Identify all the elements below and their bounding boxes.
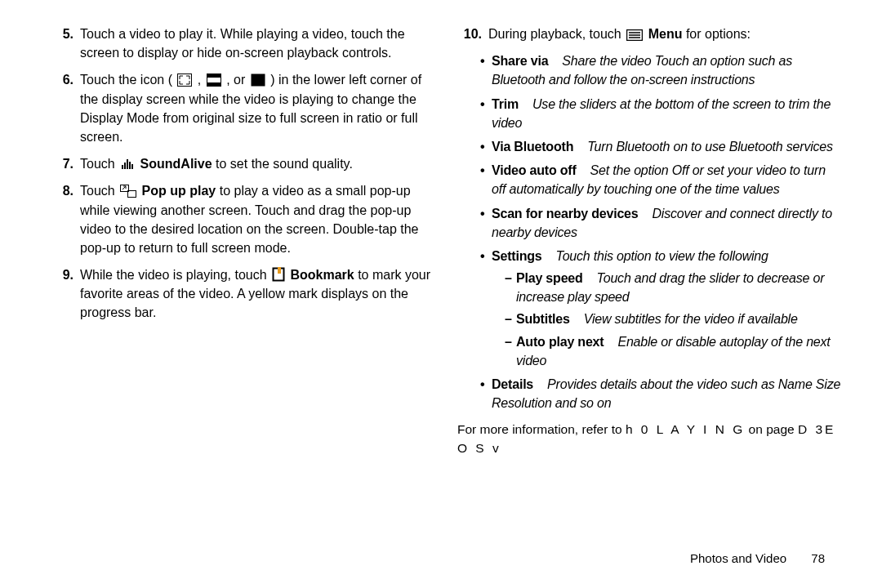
- text-bold: Menu: [648, 27, 683, 41]
- page-footer: Photos and Video 78: [690, 551, 825, 565]
- list-item: Details Provides details about the video…: [480, 375, 841, 412]
- svg-rect-9: [131, 164, 133, 169]
- step-number: 6.: [49, 70, 74, 146]
- text: on page: [749, 422, 795, 436]
- list-item: Auto play next Enable or disable autopla…: [505, 332, 841, 370]
- svg-rect-8: [129, 162, 131, 169]
- svg-rect-13: [278, 267, 281, 274]
- step-number: 9.: [49, 265, 74, 323]
- step-number: 8.: [49, 181, 74, 257]
- text-bold: Scan for nearby devices: [492, 207, 639, 220]
- text-bold: Video auto off: [492, 163, 577, 177]
- right-column: 10. During playback, touch Menu for opti…: [457, 24, 841, 457]
- text-bold: Trim: [492, 97, 519, 111]
- text-bold: Bookmark: [290, 268, 354, 282]
- step-text: During playback, touch Menu for options:: [488, 24, 841, 43]
- step-number: 10.: [457, 24, 482, 43]
- text-garbled: h 0 L A Y I N G: [626, 422, 745, 436]
- step-number: 7.: [49, 154, 74, 173]
- step-text: Touch a video to play it. While playing …: [80, 24, 433, 62]
- svg-rect-4: [251, 74, 265, 87]
- text-italic: Turn Bluetooth on to use Bluetooth servi…: [587, 140, 833, 154]
- text: Touch: [80, 184, 118, 198]
- full-screen-icon: [251, 74, 265, 87]
- settings-sublist: Play speed Touch and drag the slider to …: [505, 269, 841, 370]
- text: for options:: [686, 27, 751, 41]
- left-column: 5. Touch a video to play it. While playi…: [49, 24, 433, 331]
- bookmark-icon: [272, 267, 285, 282]
- list-item: Trim Use the sliders at the bottom of th…: [480, 95, 841, 132]
- text-bold: Subtitles: [516, 312, 570, 326]
- text-bold: Play speed: [516, 271, 583, 285]
- fit-screen-icon: [177, 74, 192, 87]
- step-9: 9. While the video is playing, touch Boo…: [49, 265, 433, 323]
- step-5: 5. Touch a video to play it. While playi…: [49, 24, 433, 62]
- page-number: 78: [811, 551, 825, 565]
- text: to set the sound quality.: [216, 157, 353, 171]
- soundalive-icon: [120, 158, 135, 171]
- text-bold: SoundAlive: [140, 157, 212, 171]
- menu-options-list: Share via Share the video Touch an optio…: [480, 51, 841, 412]
- text-italic: View subtitles for the video if availabl…: [584, 312, 798, 326]
- manual-page: 5. Touch a video to play it. While playi…: [0, 0, 882, 588]
- step-text: Touch Pop up play to play a video as a s…: [80, 181, 433, 257]
- text: , or: [226, 73, 249, 87]
- text: ,: [198, 73, 205, 87]
- svg-rect-5: [122, 165, 123, 169]
- text-bold: Settings: [492, 249, 542, 263]
- text-bold: Pop up play: [142, 184, 216, 198]
- menu-icon: [626, 29, 643, 41]
- popup-play-icon: [120, 185, 136, 198]
- text-bold: Auto play next: [516, 335, 604, 349]
- step-text: Touch the icon ( , , or ) in the lower l…: [80, 70, 433, 146]
- text-italic: Touch this option to view the following: [556, 249, 768, 263]
- list-item: Subtitles View subtitles for the video i…: [505, 310, 841, 328]
- svg-rect-7: [127, 159, 128, 169]
- letterbox-icon: [207, 74, 221, 87]
- step-number: 5.: [49, 24, 74, 62]
- text: Touch the icon (: [80, 73, 172, 87]
- text: During playback, touch: [488, 27, 625, 41]
- svg-rect-3: [207, 82, 220, 86]
- list-item: Video auto off Set the option Off or set…: [480, 161, 841, 198]
- step-10: 10. During playback, touch Menu for opti…: [457, 24, 841, 43]
- step-text: While the video is playing, touch Bookma…: [80, 265, 433, 323]
- text: For more information, refer to: [457, 422, 626, 436]
- step-text: Touch SoundAlive to set the sound qualit…: [80, 154, 433, 173]
- text-italic: Provides details about the video such as…: [492, 377, 840, 410]
- text-bold: Details: [492, 377, 533, 391]
- list-item: Via Bluetooth Turn Bluetooth on to use B…: [480, 137, 841, 156]
- step-7: 7. Touch SoundAlive to set the sound qua…: [49, 154, 433, 173]
- svg-rect-6: [124, 163, 126, 169]
- section-title: Photos and Video: [690, 551, 786, 565]
- list-item: Share via Share the video Touch an optio…: [480, 51, 841, 89]
- svg-rect-2: [207, 74, 220, 78]
- text-bold: Via Bluetooth: [492, 140, 573, 154]
- text-italic: Use the sliders at the bottom of the scr…: [492, 97, 831, 130]
- text: While the video is playing, touch: [80, 268, 270, 282]
- list-item-settings: Settings Touch this option to view the f…: [480, 247, 841, 370]
- list-item: Play speed Touch and drag the slider to …: [505, 269, 841, 306]
- more-info-line: For more information, refer to h 0 L A Y…: [457, 421, 841, 457]
- step-6: 6. Touch the icon ( , , or ) in the lowe…: [49, 70, 433, 146]
- text-bold: Share via: [492, 54, 548, 68]
- step-8: 8. Touch Pop up play to play a video as …: [49, 181, 433, 257]
- list-item: Scan for nearby devices Discover and con…: [480, 204, 841, 242]
- text: Touch: [80, 157, 118, 171]
